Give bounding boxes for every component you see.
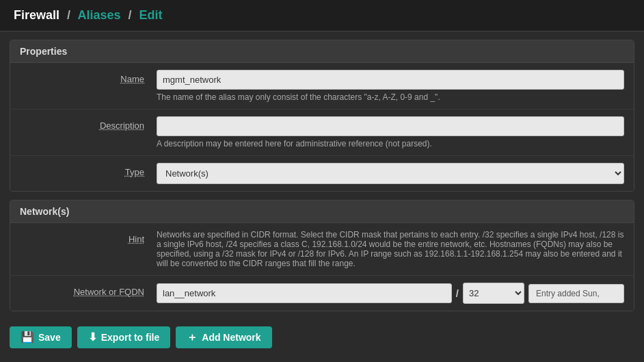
name-row: Name The name of the alias may only cons… (10, 63, 634, 109)
save-icon: 💾 (21, 332, 34, 343)
save-label: Save (38, 332, 61, 343)
export-label: Export to file (101, 332, 160, 343)
description-content: A description may be entered here for ad… (157, 116, 624, 148)
footer-bar: 💾 Save ⬇ Export to file ＋ Add Network (0, 320, 644, 355)
save-button[interactable]: 💾 Save (10, 326, 72, 348)
type-content: Network(s) Host(s) Port(s) URL Table URL… (157, 163, 624, 184)
export-button[interactable]: ⬇ Export to file (77, 326, 171, 348)
add-network-label: Add Network (202, 332, 260, 343)
name-input[interactable] (157, 70, 624, 90)
description-label: Description (20, 116, 157, 131)
entry-info: Entry added Sun, (528, 284, 624, 303)
hint-label: Hint (20, 230, 157, 244)
edit-label: Edit (139, 8, 163, 22)
network-label: Network or FQDN (20, 283, 157, 297)
separator-1: / (67, 8, 70, 22)
network-input-row: / 32 31 30 29 28 27 26 25 24 23 22 21 (157, 283, 624, 304)
slash-separator: / (456, 287, 459, 299)
type-select[interactable]: Network(s) Host(s) Port(s) URL Table URL… (157, 163, 624, 184)
description-row: Description A description may be entered… (10, 109, 634, 156)
networks-body: Hint Networks are specified in CIDR form… (10, 223, 634, 311)
cidr-select[interactable]: 32 31 30 29 28 27 26 25 24 23 22 21 20 1… (463, 283, 524, 304)
name-hint: The name of the alias may only consist o… (157, 92, 624, 102)
description-input[interactable] (157, 116, 624, 136)
add-network-button[interactable]: ＋ Add Network (176, 326, 271, 348)
properties-body: Name The name of the alias may only cons… (10, 63, 634, 191)
type-row: Type Network(s) Host(s) Port(s) URL Tabl… (10, 156, 634, 191)
firewall-link[interactable]: Firewall (14, 8, 59, 22)
export-icon: ⬇ (88, 332, 97, 343)
network-content: / 32 31 30 29 28 27 26 25 24 23 22 21 (157, 283, 624, 304)
aliases-link[interactable]: Aliases (77, 8, 120, 22)
networks-panel: Network(s) Hint Networks are specified i… (10, 200, 634, 311)
hint-content: Networks are specified in CIDR format. S… (157, 230, 624, 268)
hint-row: Hint Networks are specified in CIDR form… (10, 223, 634, 276)
properties-title: Properties (10, 40, 634, 63)
properties-panel: Properties Name The name of the alias ma… (10, 40, 634, 192)
breadcrumb: Firewall / Aliases / Edit (0, 0, 644, 31)
name-content: The name of the alias may only consist o… (157, 70, 624, 102)
network-input[interactable] (157, 283, 452, 303)
separator-2: / (128, 8, 131, 22)
type-label: Type (20, 163, 157, 177)
networks-title: Network(s) (10, 201, 634, 223)
add-icon: ＋ (187, 332, 198, 343)
description-hint: A description may be entered here for ad… (157, 139, 624, 148)
hint-text: Networks are specified in CIDR format. S… (157, 230, 624, 268)
network-fqdn-row: Network or FQDN / 32 31 30 29 28 27 26 2… (10, 276, 634, 311)
name-label: Name (20, 70, 157, 84)
